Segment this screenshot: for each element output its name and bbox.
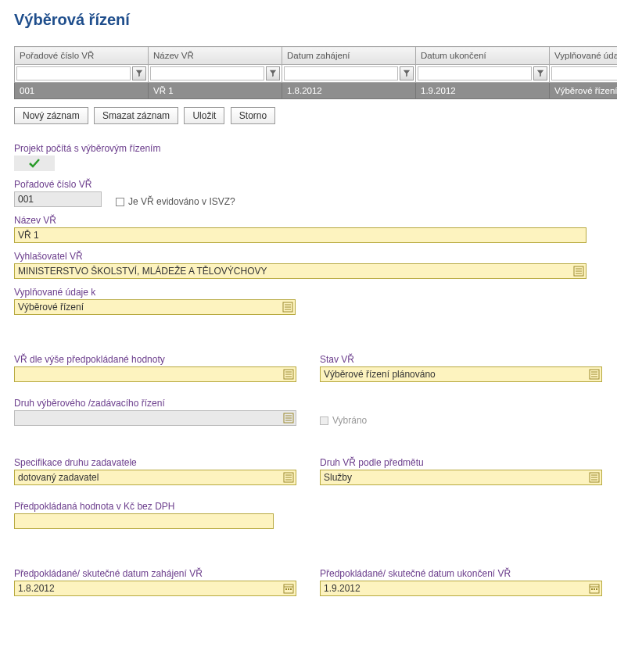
stav-input[interactable] [320,366,602,382]
label-druh-predmet: Druh VŘ podle předmětu [320,457,602,468]
lookup-icon[interactable] [283,413,294,424]
vybrano-label: Vybráno [332,415,367,426]
vybrano-checkbox: Vybráno [320,415,367,426]
cell-nazev: VŘ 1 [149,83,282,99]
isvz-label: Je VŘ evidováno v ISVZ? [128,196,235,207]
col-header-vypl[interactable]: Vyplňované údaje k [550,47,618,65]
druh-predmet-input[interactable] [320,470,602,485]
lookup-icon[interactable] [283,472,294,483]
checkbox-icon [320,416,328,425]
label-vypl: Vyplňované údaje k [14,287,603,298]
label-predpokl-hodnota: Předpokládaná hodnota v Kč bez DPH [14,501,603,512]
filter-icon[interactable] [400,66,414,80]
col-header-poradove[interactable]: Pořadové číslo VŘ [15,47,149,65]
label-dle-vyse: VŘ dle výše předpokládané hodnoty [14,354,296,365]
filter-icon[interactable] [533,66,547,80]
dle-vyse-input[interactable] [14,366,296,382]
vypl-input[interactable] [14,299,296,315]
save-button[interactable]: Uložit [184,107,224,124]
col-header-nazev[interactable]: Název VŘ [149,47,282,65]
page-title: Výběrová řízení [14,11,603,29]
col-header-zahajeni[interactable]: Datum zahájení [282,47,416,65]
label-vyhlas: Vyhlašovatel VŘ [14,251,603,262]
filter-input-nazev[interactable] [150,66,264,80]
lookup-icon[interactable] [589,369,600,380]
lookup-icon[interactable] [573,266,584,277]
vr-grid: Pořadové číslo VŘ Název VŘ Datum zahájen… [14,46,617,99]
lookup-icon[interactable] [283,369,294,380]
table-row[interactable]: 001 VŘ 1 1.8.2012 1.9.2012 Výběrové říze… [15,83,618,99]
cell-zahajeni: 1.8.2012 [282,83,416,99]
project-has-vr-checkbox[interactable] [14,155,55,171]
isvz-checkbox[interactable]: Je VŘ evidováno v ISVZ? [116,196,235,207]
predpokl-hodnota-input[interactable] [14,513,274,529]
delete-button[interactable]: Smazat záznam [94,107,178,124]
filter-input-zahajeni[interactable] [284,66,398,80]
druh-vyber-input[interactable] [14,410,296,426]
label-datum-ukonceni: Předpokládané/ skutečné datum ukončení V… [320,568,602,579]
col-header-ukonceni[interactable]: Datum ukončení [416,47,550,65]
calendar-icon[interactable] [589,583,600,594]
cancel-button[interactable]: Storno [231,107,275,124]
new-button[interactable]: Nový záznam [14,107,88,124]
label-poradove: Pořadové číslo VŘ [14,179,102,190]
calendar-icon[interactable] [283,583,294,594]
datum-zahajeni-input[interactable] [14,581,296,596]
label-stav: Stav VŘ [320,354,602,365]
label-nazev: Název VŘ [14,215,603,226]
check-icon [28,157,41,170]
lookup-icon[interactable] [282,302,293,313]
lookup-icon[interactable] [589,472,600,483]
label-spec-zadav: Specifikace druhu zadavatele [14,457,296,468]
spec-zadav-input[interactable] [14,470,296,485]
cell-poradove: 001 [15,83,149,99]
filter-input-ukonceni[interactable] [418,66,532,80]
vyhlas-input[interactable] [14,263,587,279]
datum-ukonceni-input[interactable] [320,581,602,596]
checkbox-icon [116,198,124,206]
label-datum-zahajeni: Předpokládané/ skutečné datum zahájení V… [14,568,296,579]
cell-ukonceni: 1.9.2012 [416,83,550,99]
nazev-input[interactable] [14,227,587,243]
cell-vypl: Výběrové řízení [550,83,618,99]
poradove-input[interactable] [14,191,102,207]
label-project-has-vr: Projekt počítá s výběrovým řízením [14,143,603,154]
label-druh-vyber: Druh výběrového /zadávacího řízení [14,398,296,409]
filter-input-poradove[interactable] [16,66,131,80]
filter-icon[interactable] [132,66,146,80]
filter-input-vypl[interactable] [551,66,617,80]
filter-icon[interactable] [266,66,280,80]
